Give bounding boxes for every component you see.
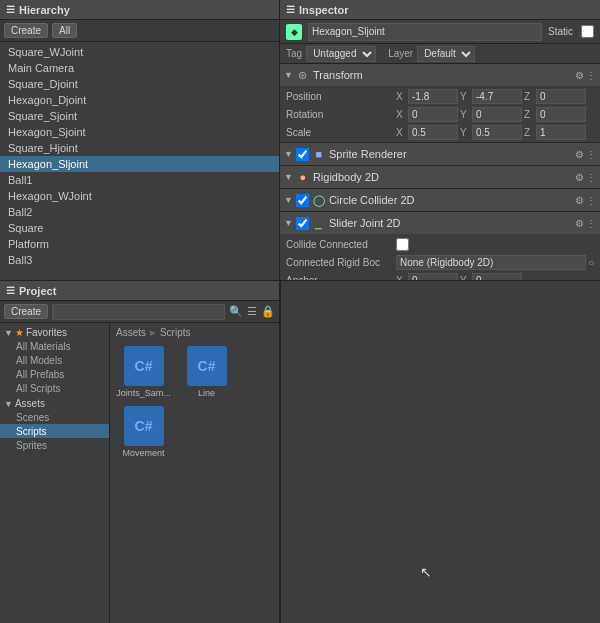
scale-y-field[interactable] [472, 125, 522, 140]
hierarchy-item[interactable]: Main Camera [0, 60, 279, 76]
transform-more-btn[interactable]: ⋮ [586, 70, 596, 81]
filter-icon[interactable]: ☰ [247, 305, 257, 318]
pos-x-field[interactable] [408, 89, 458, 104]
rot-x-field[interactable] [408, 107, 458, 122]
fav-all-prefabs[interactable]: All Prefabs [0, 367, 109, 381]
file-item[interactable]: C#Line [179, 346, 234, 398]
hierarchy-item[interactable]: Platform [0, 236, 279, 252]
collider-enabled-cb[interactable] [296, 194, 309, 207]
collider-menu-btn[interactable]: ⚙ [575, 195, 584, 206]
pos-z-field[interactable] [536, 89, 586, 104]
static-label: Static [548, 26, 573, 37]
inspector-header: ☰ Inspector [280, 0, 600, 20]
fav-all-models[interactable]: All Models [0, 353, 109, 367]
collide-connected-row: Collide Connected [280, 235, 600, 253]
inspector-icon: ☰ [286, 4, 295, 15]
project-title: Project [19, 285, 56, 297]
hierarchy-item[interactable]: Square [0, 220, 279, 236]
project-search-input[interactable] [52, 304, 225, 320]
project-panel: ☰ Project Create 🔍 ☰ 🔒 ▼ ★ Favorites [0, 281, 280, 623]
cs-file-icon: C# [124, 406, 164, 446]
hierarchy-item[interactable]: Square_Djoint [0, 76, 279, 92]
sprite-enabled-cb[interactable] [296, 148, 309, 161]
layer-dropdown[interactable]: Default [417, 46, 475, 62]
anchor-x-field[interactable] [408, 273, 458, 281]
transform-header[interactable]: ▼ ⊛ Transform ⚙ ⋮ [280, 64, 600, 86]
slider-title: Slider Joint 2D [329, 217, 573, 229]
gameobject-name-field[interactable] [308, 23, 542, 41]
hierarchy-item[interactable]: Ball1 [0, 172, 279, 188]
pos-y-field[interactable] [472, 89, 522, 104]
hierarchy-item[interactable]: Ball3 [0, 252, 279, 268]
collider-icon: ◯ [312, 193, 326, 207]
tag-dropdown[interactable]: Untagged [306, 46, 376, 62]
assets-sprites[interactable]: Sprites [0, 438, 109, 452]
hierarchy-title: Hierarchy [19, 4, 70, 16]
lock-icon[interactable]: 🔒 [261, 305, 275, 318]
project-files: Assets ► Scripts C#Joints_Sam...C#LineC#… [110, 323, 279, 623]
search-icon[interactable]: 🔍 [229, 305, 243, 318]
breadcrumb-scripts[interactable]: Scripts [160, 327, 191, 338]
anchor-y-field[interactable] [472, 273, 522, 281]
transform-menu-btn[interactable]: ⚙ [575, 70, 584, 81]
sprite-menu-btn[interactable]: ⚙ [575, 149, 584, 160]
slider-enabled-cb[interactable] [296, 217, 309, 230]
rot-y-field[interactable] [472, 107, 522, 122]
fav-all-scripts[interactable]: All Scripts [0, 381, 109, 395]
z-label: Z [524, 91, 534, 102]
slider-more-btn[interactable]: ⋮ [586, 218, 596, 229]
collide-connected-cb[interactable] [396, 238, 409, 251]
hierarchy-item[interactable]: Hexagon_Sjoint [0, 124, 279, 140]
connected-rigidbody-field[interactable] [396, 255, 586, 270]
file-item[interactable]: C#Movement [116, 406, 171, 458]
breadcrumb-assets[interactable]: Assets [116, 327, 146, 338]
rigidbody-more-btn[interactable]: ⋮ [586, 172, 596, 183]
slider-joint-component: ▼ ⎯ Slider Joint 2D ⚙ ⋮ Collide Connecte… [280, 212, 600, 280]
rigidbody2d-header[interactable]: ▼ ● Rigidbody 2D ⚙ ⋮ [280, 166, 600, 188]
hierarchy-item[interactable]: Square_WJoint [0, 44, 279, 60]
hierarchy-item[interactable]: Hexagon_Djoint [0, 92, 279, 108]
hierarchy-item[interactable]: Square_Hjoint [0, 140, 279, 156]
circle-collider-header[interactable]: ▼ ◯ Circle Collider 2D ⚙ ⋮ [280, 189, 600, 211]
hierarchy-item[interactable]: Ball2 [0, 204, 279, 220]
favorites-header[interactable]: ▼ ★ Favorites [0, 326, 109, 339]
sy-label: Y [460, 127, 470, 138]
inspector-extra [280, 281, 600, 623]
files-grid: C#Joints_Sam...C#LineC#Movement [114, 344, 275, 460]
fav-all-models-label: All Models [16, 355, 62, 366]
file-name: Joints_Sam... [116, 388, 171, 398]
hierarchy-item[interactable]: Hexagon_WJoint [0, 188, 279, 204]
rot-z-field[interactable] [536, 107, 586, 122]
hierarchy-all-btn[interactable]: All [52, 23, 77, 38]
sprite-renderer-header[interactable]: ▼ ■ Sprite Renderer ⚙ ⋮ [280, 143, 600, 165]
project-header: ☰ Project [0, 281, 279, 301]
hierarchy-item[interactable]: Square_Sjoint [0, 108, 279, 124]
collider-more-btn[interactable]: ⋮ [586, 195, 596, 206]
scale-x-field[interactable] [408, 125, 458, 140]
sprite-more-btn[interactable]: ⋮ [586, 149, 596, 160]
assets-scenes[interactable]: Scenes [0, 410, 109, 424]
file-item[interactable]: C#Joints_Sam... [116, 346, 171, 398]
slider-arrow: ▼ [284, 218, 293, 228]
fav-all-materials[interactable]: All Materials [0, 339, 109, 353]
y-label: Y [460, 91, 470, 102]
hierarchy-create-btn[interactable]: Create [4, 23, 48, 38]
slider-menu-btn[interactable]: ⚙ [575, 218, 584, 229]
project-create-btn[interactable]: Create [4, 304, 48, 319]
collider-arrow: ▼ [284, 195, 293, 205]
collide-connected-value [396, 238, 594, 251]
rigidbody-menu-btn[interactable]: ⚙ [575, 172, 584, 183]
sx-coord: X [396, 125, 458, 140]
sz-label: Z [524, 127, 534, 138]
rigidbody2d-component: ▼ ● Rigidbody 2D ⚙ ⋮ [280, 166, 600, 189]
slider-joint-header[interactable]: ▼ ⎯ Slider Joint 2D ⚙ ⋮ [280, 212, 600, 234]
position-label: Position [286, 91, 396, 102]
assets-scripts[interactable]: Scripts [0, 424, 109, 438]
scale-z-field[interactable] [536, 125, 586, 140]
scale-value: X Y Z [396, 125, 594, 140]
static-checkbox[interactable] [581, 25, 594, 38]
connected-rigidbody-pick[interactable]: ○ [588, 257, 594, 268]
inspector-title: Inspector [299, 4, 349, 16]
hierarchy-item[interactable]: Hexagon_Sljoint [0, 156, 279, 172]
assets-header[interactable]: ▼ Assets [0, 397, 109, 410]
